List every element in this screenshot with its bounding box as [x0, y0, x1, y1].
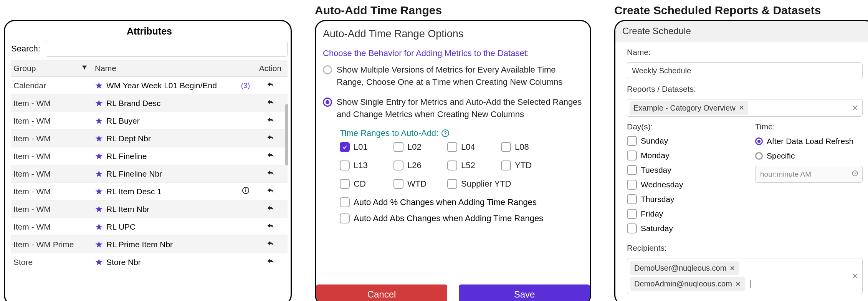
search-input[interactable] [46, 41, 288, 57]
col-group-label[interactable]: Group [13, 64, 36, 73]
radio-option-multiple-label: Show Multiple Versions of Metrics for Ev… [337, 64, 583, 88]
share-icon[interactable] [266, 133, 275, 144]
filter-icon[interactable] [81, 64, 88, 73]
checkbox-day-monday[interactable]: Monday [627, 150, 670, 160]
radio-specific[interactable]: Specific [755, 151, 863, 160]
checkbox-day-wednesday[interactable]: Wednesday [627, 180, 683, 190]
star-icon[interactable]: ★ [95, 169, 103, 179]
star-icon[interactable]: ★ [95, 240, 103, 249]
save-button[interactable]: Save [459, 284, 590, 301]
table-row[interactable]: Item - WM★RL Fineline Nbr [11, 165, 288, 183]
table-row[interactable]: Calendar★WM Year Week L01 Begin/End(3) [11, 77, 288, 94]
recipient-chip-label: DemoAdmin@nuqleous.com [634, 280, 732, 288]
checkbox-range-label: YTD [515, 160, 532, 170]
recipient-chip[interactable]: DemoUser@nuqleous.com ✕ [630, 261, 739, 275]
chip-remove-icon[interactable]: ✕ [739, 104, 744, 112]
star-icon[interactable]: ★ [95, 222, 103, 232]
checkbox-range-l01[interactable]: L01 [340, 142, 368, 152]
checkbox-auto-abs[interactable]: Auto Add Abs Changes when Adding Time Ra… [340, 213, 543, 223]
star-icon[interactable]: ★ [95, 187, 103, 196]
checkbox-range-label: L04 [461, 142, 475, 152]
checkbox-range-cd[interactable]: CD [340, 179, 366, 189]
help-icon[interactable]: ? [441, 129, 449, 137]
row-name: RL Fineline Nbr [106, 169, 162, 179]
share-icon[interactable] [266, 257, 275, 267]
checkbox-auto-abs-label: Auto Add Abs Changes when Adding Time Ra… [354, 213, 543, 223]
radio-after-refresh[interactable]: After Data Load Refresh [755, 137, 863, 146]
table-row[interactable]: Item - WM★RL Brand Desc [11, 94, 288, 112]
star-icon[interactable]: ★ [95, 258, 103, 267]
checkbox-auto-pct-label: Auto Add % Changes when Adding Time Rang… [354, 197, 537, 207]
clear-icon[interactable]: ✕ [852, 103, 858, 112]
scrollbar-thumb[interactable] [285, 104, 288, 165]
star-icon[interactable]: ★ [95, 81, 103, 90]
table-row[interactable]: Item - WM★RL Fineline [11, 147, 288, 165]
checkbox-range-l13[interactable]: L13 [340, 160, 368, 170]
table-row[interactable]: Item - WM★RL Buyer [11, 112, 288, 130]
star-icon[interactable]: ★ [95, 134, 103, 143]
checkbox-range-l26[interactable]: L26 [393, 160, 422, 170]
schedule-name-input[interactable] [627, 62, 863, 79]
row-name: RL Prime Item Nbr [106, 240, 173, 249]
table-row[interactable]: Item - WM★RL Item Desc 1 [11, 183, 288, 200]
reports-tag-box[interactable]: Example - Category Overview ✕ ✕ [627, 99, 863, 117]
radio-option-multiple[interactable]: Show Multiple Versions of Metrics for Ev… [323, 64, 583, 88]
checkbox-day-label: Monday [641, 151, 670, 160]
checkbox-day-label: Thursday [641, 195, 675, 204]
radio-after-refresh-label: After Data Load Refresh [767, 137, 853, 146]
table-row[interactable]: Item - WM★RL UPC [11, 218, 288, 236]
panel3-heading: Create Scheduled Reports & Datasets [614, 4, 868, 17]
checkbox-range-l02[interactable]: L02 [393, 142, 422, 152]
checkbox-range-ytd[interactable]: YTD [501, 160, 532, 170]
share-icon[interactable] [266, 222, 275, 232]
checkbox-range-label: L26 [407, 160, 422, 170]
share-icon[interactable] [266, 116, 275, 126]
share-icon[interactable] [266, 239, 275, 250]
checkbox-day-thursday[interactable]: Thursday [627, 194, 675, 204]
report-chip[interactable]: Example - Category Overview ✕ [630, 101, 748, 115]
time-input-placeholder: hour:minute AM [760, 170, 811, 179]
star-icon[interactable]: ★ [95, 116, 103, 126]
recipients-tag-box[interactable]: DemoUser@nuqleous.com ✕ DemoAdmin@nuqleo… [627, 258, 863, 294]
clear-icon[interactable]: ✕ [852, 271, 858, 281]
star-icon[interactable]: ★ [95, 205, 103, 214]
checkbox-day-saturday[interactable]: Saturday [627, 223, 673, 233]
row-name: RL Item Desc 1 [106, 187, 162, 196]
checkbox-range-supplier ytd[interactable]: Supplier YTD [447, 179, 511, 189]
table-row[interactable]: Store★Store Nbr [11, 253, 288, 271]
cancel-button[interactable]: Cancel [316, 284, 447, 301]
table-row[interactable]: Item - WM Prime★RL Prime Item Nbr [11, 236, 288, 253]
checkbox-range-l08[interactable]: L08 [501, 142, 529, 152]
radio-icon-selected [323, 98, 332, 107]
checkbox-day-tuesday[interactable]: Tuesday [627, 165, 671, 175]
checkbox-day-label: Wednesday [641, 180, 683, 189]
col-name-label[interactable]: Name [92, 64, 253, 73]
recipient-chip[interactable]: DemoAdmin@nuqleous.com ✕ [630, 277, 745, 291]
share-icon[interactable] [266, 151, 275, 161]
checkbox-range-l04[interactable]: L04 [447, 142, 475, 152]
share-icon[interactable] [266, 98, 275, 108]
info-icon[interactable] [241, 186, 250, 197]
checkbox-range-wtd[interactable]: WTD [393, 179, 427, 189]
radio-option-single[interactable]: Show Single Entry for Metrics and Auto-A… [323, 96, 583, 121]
attributes-title: Attributes [11, 26, 288, 37]
row-group: Item - WM [11, 187, 92, 196]
chip-remove-icon[interactable]: ✕ [729, 264, 735, 273]
time-input[interactable]: hour:minute AM [755, 166, 863, 183]
share-icon[interactable] [266, 80, 275, 91]
table-row[interactable]: Item - WM★RL Dept Nbr [11, 130, 288, 147]
share-icon[interactable] [266, 169, 275, 179]
checkbox-auto-pct[interactable]: Auto Add % Changes when Adding Time Rang… [340, 197, 537, 207]
checkbox-day-sunday[interactable]: Sunday [627, 136, 668, 146]
row-group: Item - WM [11, 152, 92, 161]
star-icon[interactable]: ★ [95, 99, 103, 108]
checkbox-range-l52[interactable]: L52 [447, 160, 475, 170]
row-name: WM Year Week L01 Begin/End [106, 81, 217, 90]
checkbox-day-friday[interactable]: Friday [627, 209, 663, 219]
table-row[interactable]: Item - WM★RL Item Nbr [11, 200, 288, 218]
chip-remove-icon[interactable]: ✕ [735, 280, 741, 288]
share-icon[interactable] [266, 204, 275, 214]
recipient-chip-label: DemoUser@nuqleous.com [634, 264, 726, 273]
star-icon[interactable]: ★ [95, 152, 103, 161]
share-icon[interactable] [266, 186, 275, 197]
